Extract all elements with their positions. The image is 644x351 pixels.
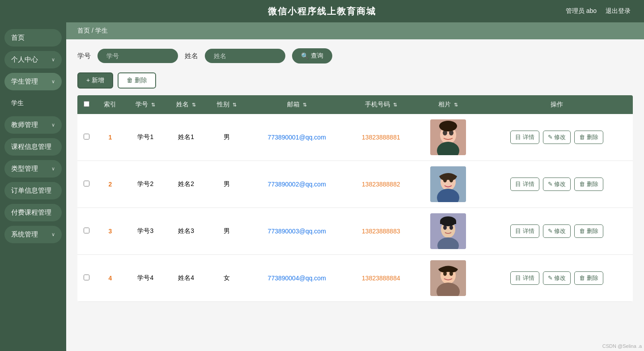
row-checkbox[interactable] [84,275,89,280]
sidebar-item-order-info[interactable]: 订单信息管理 [4,182,62,199]
photo-cell [419,213,477,249]
row-actions-cell: 目 详情 ✎ 修改 🗑 删除 [481,255,633,302]
sidebar-item-student[interactable]: 学生 [4,95,62,112]
row-name: 姓名3 [166,208,207,255]
row-actions: 目 详情 ✎ 修改 🗑 删除 [484,224,629,238]
row-checkbox[interactable] [84,181,89,186]
sidebar-item-home[interactable]: 首页 [4,29,62,47]
detail-button[interactable]: 目 详情 [510,271,539,285]
index-link[interactable]: 2 [109,181,112,188]
detail-button[interactable]: 目 详情 [510,224,539,238]
batch-delete-button[interactable]: 🗑 删除 [118,72,156,89]
sort-icon: ⇅ [393,102,397,107]
row-gender: 男 [207,161,247,208]
sidebar-item-teacher-mgmt[interactable]: 教师管理 ∨ [4,116,62,134]
row-checkbox[interactable] [84,228,89,233]
detail-button[interactable]: 目 详情 [510,131,539,144]
sidebar-item-label: 教师管理 [11,121,38,129]
row-photo [415,161,481,208]
sidebar-item-paid-course[interactable]: 付费课程管理 [4,204,62,221]
sidebar-item-label: 付费课程管理 [11,208,51,217]
row-name: 姓名2 [166,161,207,208]
name-label: 姓名 [185,52,198,60]
edit-button[interactable]: ✎ 修改 [543,224,571,238]
row-student-id: 学号3 [125,208,166,255]
avatar [430,260,466,296]
chevron-down-icon: ∨ [51,232,55,237]
photo-cell [419,166,477,202]
search-bar: 学号 姓名 🔍 查询 [77,48,633,63]
sidebar-item-type-mgmt[interactable]: 类型管理 ∨ [4,160,62,178]
row-index: 4 [95,255,125,302]
email-link[interactable]: 773890004@qq.com [268,275,326,282]
phone-value: 13823888881 [362,134,400,141]
sidebar-item-label: 类型管理 [11,165,38,173]
sidebar-item-sys-mgmt[interactable]: 系统管理 ∨ [4,226,62,243]
index-link[interactable]: 4 [109,275,112,282]
sort-icon: ⇅ [192,102,196,107]
email-link[interactable]: 773890002@qq.com [268,181,326,188]
edit-button[interactable]: ✎ 修改 [543,178,571,191]
action-bar: + 新增 🗑 删除 [77,72,633,89]
student-id-input[interactable] [97,49,178,63]
header-photo[interactable]: 相片 ⇅ [415,95,481,114]
search-btn-label: 查询 [311,52,323,60]
header-phone[interactable]: 手机号码 ⇅ [347,95,415,114]
row-student-id: 学号1 [125,114,166,161]
breadcrumb-separator: / [92,27,93,34]
svg-rect-17 [440,221,456,224]
row-actions: 目 详情 ✎ 修改 🗑 删除 [484,271,629,285]
row-photo [415,255,481,302]
select-all-checkbox[interactable] [84,101,89,107]
email-link[interactable]: 773890001@qq.com [268,134,326,141]
app-title: 微信小程序线上教育商城 [268,5,376,17]
row-delete-button[interactable]: 🗑 删除 [574,178,603,191]
header-gender[interactable]: 性别 ⇅ [207,95,247,114]
sidebar-item-profile[interactable]: 个人中心 ∨ [4,51,62,68]
row-index: 2 [95,161,125,208]
row-student-id: 学号2 [125,161,166,208]
admin-label: 管理员 abo [566,7,597,15]
row-index: 1 [95,114,125,161]
row-checkbox-cell [77,161,95,208]
search-button[interactable]: 🔍 查询 [292,48,332,63]
header-name[interactable]: 姓名 ⇅ [166,95,207,114]
table-header-row: 索引 学号 ⇅ 姓名 ⇅ 性别 ⇅ 邮箱 ⇅ 手机号码 ⇅ 相片 ⇅ 操作 [77,95,633,114]
add-button[interactable]: + 新增 [77,72,113,89]
row-email: 773890001@qq.com [247,114,347,161]
row-actions: 目 详情 ✎ 修改 🗑 删除 [484,178,629,191]
row-name: 姓名4 [166,255,207,302]
delete-label: 删除 [135,76,147,84]
header-student-id[interactable]: 学号 ⇅ [125,95,166,114]
name-input[interactable] [205,49,285,63]
row-actions: 目 详情 ✎ 修改 🗑 删除 [484,131,629,144]
table-row: 3 学号3 姓名3 男 773890003@qq.com 13823888883 [77,208,633,255]
header-right: 管理员 abo 退出登录 [566,7,631,15]
sidebar-item-label: 首页 [11,34,25,42]
row-delete-button[interactable]: 🗑 删除 [574,224,603,238]
row-gender: 女 [207,255,247,302]
sidebar: 首页 个人中心 ∨ 学生管理 ∨ 学生 教师管理 ∨ 课程信息管理 类型管理 ∨… [0,22,66,351]
logout-button[interactable]: 退出登录 [606,7,631,15]
row-delete-button[interactable]: 🗑 删除 [574,131,603,144]
breadcrumb-home[interactable]: 首页 [77,27,90,34]
edit-button[interactable]: ✎ 修改 [543,271,571,285]
table-row: 4 学号4 姓名4 女 773890004@qq.com 13823888884 [77,255,633,302]
sidebar-item-student-mgmt[interactable]: 学生管理 ∨ [4,73,62,90]
detail-button[interactable]: 目 详情 [510,178,539,191]
index-link[interactable]: 3 [109,228,112,235]
edit-button[interactable]: ✎ 修改 [543,131,571,144]
row-phone: 13823888882 [347,161,415,208]
row-checkbox[interactable] [84,134,89,140]
chevron-down-icon: ∨ [51,122,55,128]
row-gender: 男 [207,114,247,161]
header-email[interactable]: 邮箱 ⇅ [247,95,347,114]
index-link[interactable]: 1 [109,134,112,141]
email-link[interactable]: 773890003@qq.com [268,228,326,235]
table-row: 2 学号2 姓名2 男 773890002@qq.com 13823888882 [77,161,633,208]
row-phone: 13823888884 [347,255,415,302]
row-student-id: 学号4 [125,255,166,302]
row-delete-button[interactable]: 🗑 删除 [574,271,603,285]
chevron-down-icon: ∨ [51,79,55,85]
sidebar-item-course-info[interactable]: 课程信息管理 [4,138,62,156]
